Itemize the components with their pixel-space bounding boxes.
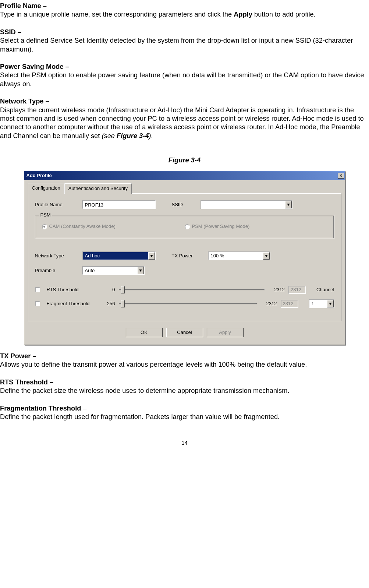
profile-name-label: Profile Name (35, 202, 75, 208)
svg-marker-4 (329, 303, 332, 305)
slider-thumb-icon[interactable] (121, 286, 125, 293)
svg-marker-1 (150, 255, 153, 257)
psm-radio-label: PSM (Power Saving Mode) (192, 223, 250, 230)
heading-ssid: SSID – (0, 28, 369, 36)
channel-label: Channel (316, 287, 334, 293)
rts-min: 0 (102, 287, 115, 293)
svg-marker-0 (287, 204, 290, 206)
chevron-down-icon[interactable] (327, 300, 334, 307)
psm-group-title: PSM (39, 212, 52, 218)
text: . (151, 132, 153, 140)
slider-thumb-icon[interactable] (121, 300, 125, 307)
rts-slider[interactable] (119, 285, 265, 294)
frag-min: 256 (102, 301, 115, 307)
para-frag: Define the packet length used for fragme… (0, 412, 369, 421)
dialog-title: Add Profile (26, 173, 52, 179)
cancel-button[interactable]: Cancel (166, 328, 203, 337)
channel-combo[interactable]: 1 (309, 299, 334, 308)
heading-psm: Power Saving Mode – (0, 62, 369, 71)
tx-power-value: 100 % (211, 253, 224, 259)
heading-network-type: Network Type – (0, 97, 369, 105)
frag-max: 2312 (261, 301, 277, 307)
para-profile-name: Type in a unique profile name, set the c… (0, 10, 369, 18)
heading-tx-power: TX Power – (0, 352, 369, 360)
cam-radio-label: CAM (Constantly Awake Mode) (49, 223, 116, 230)
text: Displays the current wireless mode (Infr… (0, 106, 364, 140)
channel-value: 1 (312, 301, 314, 307)
tab-configuration[interactable]: Configuration (28, 183, 64, 194)
svg-marker-2 (265, 255, 268, 257)
apply-word: Apply (234, 10, 252, 18)
frag-value (281, 300, 298, 308)
chevron-down-icon[interactable] (148, 252, 155, 260)
ssid-label: SSID (172, 202, 194, 208)
heading-profile-name: Profile Name – (0, 1, 369, 10)
figure-ref: Figure 3-4 (117, 132, 149, 140)
preamble-label: Preamble (35, 268, 75, 274)
para-ssid: Select a defined Service Set Identity de… (0, 36, 369, 53)
rts-value (288, 286, 306, 294)
figure-caption: Figure 3-4 (0, 156, 369, 164)
text: button to add profile. (252, 10, 316, 18)
figure-image: Add Profile × Configuration Authenticaci… (0, 171, 369, 345)
svg-marker-3 (139, 270, 142, 272)
heading-rts: RTS Threshold – (0, 378, 369, 386)
frag-heading-dash: – (81, 404, 86, 412)
rts-check-label: RTS Threshold (47, 287, 98, 293)
chevron-down-icon[interactable] (137, 267, 144, 274)
frag-slider[interactable] (119, 299, 257, 308)
add-profile-dialog: Add Profile × Configuration Authenticaci… (24, 171, 345, 345)
see-ref: (see (102, 132, 117, 140)
dialog-titlebar[interactable]: Add Profile × (24, 171, 345, 180)
profile-name-input[interactable] (82, 200, 156, 209)
para-rts: Define the packet size the wireless node… (0, 386, 369, 395)
psm-radio[interactable]: PSM (Power Saving Mode) (185, 223, 250, 230)
ssid-combo[interactable] (201, 200, 292, 209)
ok-button[interactable]: OK (126, 328, 163, 337)
heading-frag: Fragmentation Threshold – (0, 404, 369, 412)
frag-check-label: Fragment Threshold (47, 301, 98, 307)
chevron-down-icon[interactable] (285, 201, 292, 208)
network-type-value: Ad hoc (85, 253, 100, 259)
tab-auth-security[interactable]: Authenticacion and Security (64, 183, 132, 194)
tx-power-label: TX Power (172, 253, 201, 259)
network-type-combo[interactable]: Ad hoc (82, 251, 156, 260)
text: Type in a unique profile name, set the c… (0, 10, 234, 18)
rts-max: 2312 (269, 287, 285, 293)
frag-heading-text: Fragmentation Threshold (0, 404, 81, 412)
radio-icon (185, 224, 190, 229)
para-tx-power: Allows you to define the transmit power … (0, 360, 369, 369)
preamble-combo[interactable]: Auto (82, 266, 145, 275)
tab-bar: Configuration Authenticacion and Securit… (28, 183, 341, 193)
cam-radio[interactable]: CAM (Constantly Awake Mode) (42, 223, 185, 230)
psm-groupbox: PSM CAM (Constantly Awake Mode) PSM (Pow… (35, 215, 334, 239)
apply-button[interactable]: Apply (207, 328, 244, 337)
para-psm: Select the PSM option to enable power sa… (0, 71, 369, 88)
radio-icon (42, 224, 47, 229)
page-number: 14 (0, 439, 369, 446)
chevron-down-icon[interactable] (263, 252, 270, 260)
close-button[interactable]: × (338, 173, 344, 179)
preamble-value: Auto (85, 268, 95, 274)
network-type-label: Network Type (35, 253, 75, 259)
frag-checkbox[interactable] (35, 301, 40, 306)
para-network-type: Displays the current wireless mode (Infr… (0, 106, 369, 140)
tx-power-combo[interactable]: 100 % (208, 251, 270, 260)
rts-checkbox[interactable] (35, 287, 40, 292)
